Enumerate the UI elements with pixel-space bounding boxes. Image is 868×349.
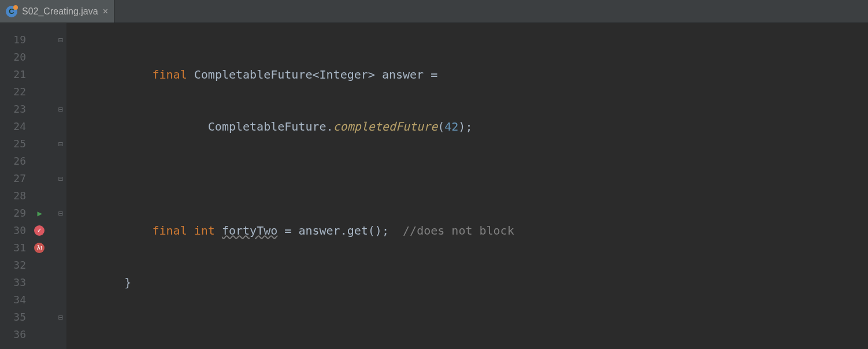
line-number[interactable]: 34 — [0, 291, 66, 309]
line-number[interactable]: 31 — [0, 239, 66, 257]
code-line[interactable]: CompletableFuture.completedFuture(42); — [66, 118, 868, 135]
line-number[interactable]: 24 — [0, 118, 66, 135]
fold-icon[interactable]: ⊟ — [58, 31, 63, 49]
java-class-icon — [6, 6, 17, 17]
close-icon[interactable]: × — [103, 6, 108, 17]
editor-tab[interactable]: S02_Creating.java × — [0, 0, 114, 23]
line-number[interactable]: 35⊟ — [0, 309, 66, 326]
line-number[interactable]: 19⊟ — [0, 31, 66, 49]
gutter: 19⊟ 20 21 22 23⊟ 24 25⊟ 26 27⊟ 28 29▶⊟ 3… — [0, 23, 66, 349]
line-number[interactable]: 26 — [0, 153, 66, 170]
fold-icon[interactable]: ⊟ — [58, 309, 63, 326]
line-number[interactable]: 36 — [0, 326, 66, 343]
line-number[interactable]: 30 — [0, 222, 66, 239]
line-number[interactable]: 29▶⊟ — [0, 205, 66, 222]
lambda-breakpoint-icon[interactable] — [34, 243, 44, 253]
line-number[interactable]: 21 — [0, 66, 66, 83]
code-line[interactable] — [66, 170, 868, 187]
code-area[interactable]: final CompletableFuture<Integer> answer … — [66, 23, 868, 349]
fold-icon[interactable]: ⊟ — [58, 170, 63, 187]
line-number[interactable]: 32 — [0, 257, 66, 274]
tab-bar: S02_Creating.java × — [0, 0, 868, 23]
run-test-icon[interactable]: ▶ — [38, 205, 42, 222]
line-number[interactable]: 25⊟ — [0, 135, 66, 153]
editor: 19⊟ 20 21 22 23⊟ 24 25⊟ 26 27⊟ 28 29▶⊟ 3… — [0, 23, 868, 349]
code-line[interactable]: } — [66, 274, 868, 291]
line-number[interactable]: 27⊟ — [0, 170, 66, 187]
line-number[interactable]: 22 — [0, 83, 66, 101]
line-number[interactable]: 28 — [0, 187, 66, 205]
code-line[interactable]: final CompletableFuture<Integer> answer … — [66, 66, 868, 83]
tab-filename: S02_Creating.java — [22, 6, 98, 17]
fold-icon[interactable]: ⊟ — [58, 205, 63, 222]
line-number[interactable]: 33 — [0, 274, 66, 291]
code-line[interactable]: final int fortyTwo = answer.get(); //doe… — [66, 222, 868, 239]
line-number[interactable]: 23⊟ — [0, 101, 66, 118]
code-line[interactable] — [66, 326, 868, 343]
fold-icon[interactable]: ⊟ — [58, 135, 63, 153]
fold-icon[interactable]: ⊟ — [58, 101, 63, 118]
line-number[interactable]: 20 — [0, 49, 66, 66]
breakpoint-icon[interactable] — [34, 225, 44, 236]
